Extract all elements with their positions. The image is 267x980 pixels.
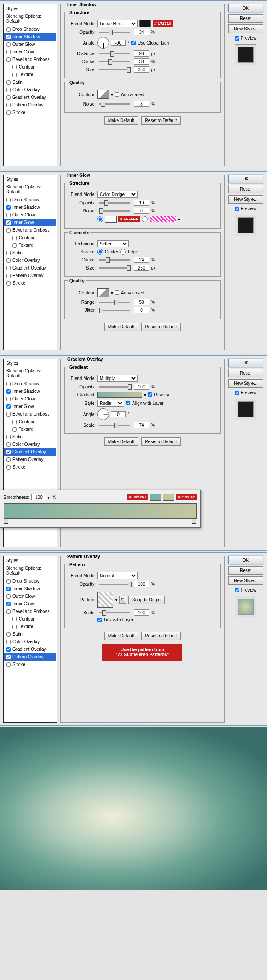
dialog-gradient-overlay: Styles Blending Options: Default Drop Sh… bbox=[0, 355, 267, 551]
gradient-editor-popup: Smoothness:100▸% # 80b2a7 # c7c8a2 bbox=[0, 490, 201, 528]
align-check[interactable] bbox=[126, 401, 130, 405]
item-gradient-overlay[interactable]: Gradient Overlay bbox=[4, 448, 56, 456]
global-light-check[interactable] bbox=[131, 41, 136, 45]
panel-title: Inner Shadow bbox=[66, 2, 98, 7]
styles-panel: Styles Blending Options: Default Drop Sh… bbox=[3, 556, 57, 723]
item-drop-shadow[interactable]: Drop Shadow bbox=[4, 25, 56, 33]
chevron-down-icon[interactable]: ▾ bbox=[111, 290, 113, 295]
color-swatch-1[interactable] bbox=[150, 494, 161, 501]
style-select[interactable]: Radial bbox=[97, 400, 124, 407]
noise-slider[interactable] bbox=[99, 103, 130, 105]
main-panel: Inner Glow Structure Blend Mode:Color Do… bbox=[60, 175, 225, 350]
styles-panel: Styles Blending Options: Default Drop Sh… bbox=[3, 175, 57, 350]
ok-button[interactable]: OK bbox=[228, 4, 263, 12]
size-slider[interactable] bbox=[99, 69, 130, 70]
blending-options[interactable]: Blending Options: Default bbox=[4, 12, 56, 25]
link-layer-check[interactable] bbox=[97, 618, 102, 622]
callout-line bbox=[97, 596, 97, 653]
item-satin[interactable]: Satin bbox=[4, 78, 56, 86]
chevron-down-icon[interactable]: ▾ bbox=[144, 392, 146, 397]
source-edge[interactable] bbox=[120, 249, 126, 255]
item-color-overlay[interactable]: Color Overlay bbox=[4, 86, 56, 94]
contour-picker[interactable] bbox=[97, 288, 109, 297]
preview-box bbox=[235, 44, 256, 65]
item-pattern-overlay[interactable]: Pattern Overlay bbox=[4, 101, 56, 109]
angle-dial[interactable] bbox=[97, 37, 109, 49]
gradient-picker[interactable] bbox=[150, 216, 176, 222]
color-swatch-2[interactable] bbox=[163, 494, 174, 501]
item-pattern-overlay[interactable]: Pattern Overlay bbox=[4, 653, 56, 661]
antialias-check[interactable] bbox=[115, 92, 119, 97]
angle-value[interactable]: -90 bbox=[111, 40, 126, 46]
structure-group: Structure Blend Mode:Linear Burn# 171718… bbox=[64, 12, 221, 78]
gradient-radio[interactable] bbox=[142, 216, 148, 222]
quality-group: Quality Contour:▾Anti-aliased Noise:8% bbox=[64, 82, 221, 113]
main-panel: Inner Shadow Structure Blend Mode:Linear… bbox=[60, 4, 225, 166]
callout-line bbox=[109, 391, 109, 497]
right-panel: OK Reset New Style... Preview bbox=[227, 4, 264, 166]
dialog-inner-glow: Styles Blending Options: Default Drop Sh… bbox=[0, 171, 267, 353]
source-center[interactable] bbox=[97, 249, 103, 255]
reverse-check[interactable] bbox=[148, 392, 152, 397]
callout-box: Use the pattern from"72 Subtle Web Patte… bbox=[102, 644, 182, 661]
item-outer-glow[interactable]: Outer Glow bbox=[4, 41, 56, 48]
opacity-slider[interactable] bbox=[99, 32, 130, 33]
color-swatch[interactable] bbox=[139, 20, 151, 27]
gradient-stop-right[interactable] bbox=[192, 519, 196, 524]
item-texture[interactable]: Texture bbox=[4, 71, 56, 78]
gradient-picker[interactable] bbox=[97, 392, 142, 398]
preview-check[interactable] bbox=[235, 36, 239, 41]
item-inner-shadow[interactable]: Inner Shadow bbox=[4, 33, 56, 41]
choke-slider[interactable] bbox=[99, 61, 130, 62]
distance-slider[interactable] bbox=[99, 53, 130, 54]
angle-dial[interactable] bbox=[97, 408, 109, 420]
new-preset-icon[interactable]: ⎘ bbox=[119, 596, 126, 604]
item-contour[interactable]: Contour bbox=[4, 63, 56, 71]
chevron-down-icon[interactable]: ▸ bbox=[48, 495, 50, 500]
item-inner-glow[interactable]: Inner Glow bbox=[4, 48, 56, 56]
result-preview bbox=[0, 727, 267, 890]
styles-title: Styles bbox=[4, 5, 56, 12]
dialog-inner-shadow: Styles Blending Options: Default Drop Sh… bbox=[0, 0, 267, 169]
blend-mode-select[interactable]: Normal bbox=[97, 572, 138, 579]
styles-panel: Styles Blending Options: Default Drop Sh… bbox=[3, 4, 57, 166]
dialog-pattern-overlay: Styles Blending Options: Default Drop Sh… bbox=[0, 552, 267, 726]
chevron-down-icon[interactable]: ▾ bbox=[111, 92, 113, 97]
blend-mode-select[interactable]: Multiply bbox=[97, 375, 138, 382]
color-tag: # 171718 bbox=[153, 20, 173, 27]
technique-select[interactable]: Softer bbox=[97, 240, 129, 247]
gradient-stop-left[interactable] bbox=[4, 519, 8, 524]
blend-mode-select[interactable]: Color Dodge bbox=[97, 191, 138, 198]
make-default-button[interactable]: Make Default bbox=[104, 116, 138, 125]
blend-mode-select[interactable]: Linear Burn bbox=[97, 20, 138, 27]
item-inner-glow[interactable]: Inner Glow bbox=[4, 219, 56, 226]
snap-button[interactable]: Snap to Origin bbox=[128, 596, 165, 604]
item-gradient-overlay[interactable]: Gradient Overlay bbox=[4, 94, 56, 101]
gradient-bar[interactable] bbox=[4, 503, 197, 519]
main-panel: Pattern Overlay Pattern Blend Mode:Norma… bbox=[60, 556, 225, 723]
reset-button[interactable]: Reset bbox=[228, 14, 263, 23]
chevron-down-icon[interactable]: ▾ bbox=[178, 217, 180, 222]
opacity-value[interactable]: 34 bbox=[134, 29, 149, 35]
contour-picker[interactable] bbox=[97, 90, 109, 99]
color-swatch[interactable] bbox=[105, 216, 117, 223]
item-stroke[interactable]: Stroke bbox=[4, 109, 56, 116]
chevron-down-icon[interactable]: ▾ bbox=[115, 597, 117, 602]
color-radio[interactable] bbox=[97, 216, 103, 222]
item-bevel[interactable]: Bevel and Emboss bbox=[4, 56, 56, 63]
new-style-button[interactable]: New Style... bbox=[228, 24, 263, 33]
pattern-picker[interactable] bbox=[97, 592, 113, 608]
reset-default-button[interactable]: Reset to Default bbox=[141, 116, 181, 125]
